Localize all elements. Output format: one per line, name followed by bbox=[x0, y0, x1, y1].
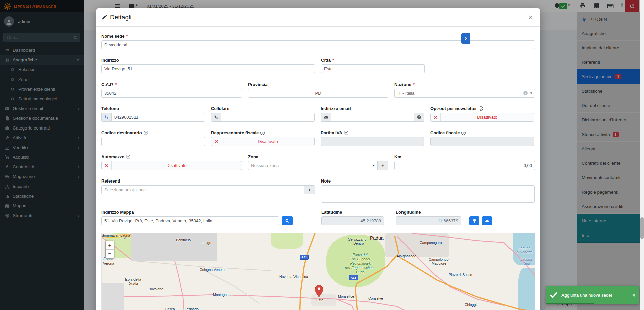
indirizzo-label: Indirizzo bbox=[101, 58, 119, 63]
partita-iva-input bbox=[321, 137, 424, 146]
automezzo-toggle[interactable]: Disattivato bbox=[101, 161, 242, 170]
help-question-icon[interactable]: ? bbox=[461, 131, 466, 135]
dettagli-modal: Dettagli × Nome sede* Indirizzo Città* bbox=[96, 8, 540, 310]
map-pin-button[interactable] bbox=[469, 216, 479, 225]
field-nazione: Nazione* IT - Italia × ▾ bbox=[394, 82, 535, 98]
map-label: Monselice bbox=[338, 294, 354, 298]
add-referente-button[interactable]: + bbox=[304, 185, 315, 194]
help-question-icon[interactable]: ? bbox=[126, 155, 130, 159]
field-citta: Città* bbox=[321, 57, 425, 73]
map[interactable]: + − ✈ SommacampagnaafrancaVeronaBonifaci… bbox=[101, 233, 535, 310]
success-toast[interactable]: Aggiunta una nuova sede! × bbox=[546, 286, 639, 304]
telefono-input[interactable] bbox=[111, 113, 205, 122]
email-input[interactable] bbox=[331, 113, 414, 122]
help-question-icon[interactable]: ? bbox=[479, 106, 483, 111]
codice-destinatario-label: Codice destinatario bbox=[101, 130, 142, 135]
field-latitudine: Latitudine bbox=[321, 209, 384, 225]
field-cellulare: Cellulare bbox=[211, 106, 315, 122]
modal-body: Nome sede* Indirizzo Città* C.A.P.* Prov… bbox=[96, 27, 540, 310]
location-marker-pin bbox=[315, 285, 323, 297]
close-icon[interactable]: × bbox=[632, 292, 635, 298]
map-label: Parco dei bbox=[353, 253, 367, 257]
zona-select[interactable]: Nessuna zona ▾ bbox=[248, 161, 378, 170]
automezzo-state: Disattivato bbox=[112, 161, 241, 170]
required-asterisk: * bbox=[126, 34, 128, 39]
map-label: Padua bbox=[370, 235, 383, 241]
map-label: Camponogara bbox=[420, 241, 442, 245]
map-label: Colli Euganei bbox=[349, 257, 370, 261]
map-label: Conselve bbox=[368, 296, 383, 300]
map-label: Chioggia bbox=[465, 303, 478, 307]
scrollbar-thumb[interactable] bbox=[640, 217, 644, 239]
map-label: Sud bbox=[524, 261, 530, 265]
route-car-button[interactable] bbox=[482, 216, 492, 225]
modal-header: Dettagli × bbox=[96, 8, 540, 27]
map-label: Isola della bbox=[125, 277, 141, 281]
km-label: Km bbox=[394, 154, 401, 159]
map-zoom-control[interactable]: + − bbox=[105, 241, 114, 259]
motorway-badge-a31: A31 bbox=[300, 255, 309, 260]
map-label: Laguna bbox=[520, 257, 532, 261]
codice-destinatario-input[interactable] bbox=[101, 137, 205, 146]
geocode-search-button[interactable] bbox=[282, 216, 293, 225]
referenti-select[interactable]: Seleziona un'opzione bbox=[101, 185, 304, 194]
cellulare-input[interactable] bbox=[221, 113, 315, 122]
panel-toggle-button[interactable] bbox=[461, 33, 470, 44]
help-question-icon[interactable]: ? bbox=[344, 131, 348, 135]
envelope-icon bbox=[324, 115, 328, 119]
map-label: der Euganeischen bbox=[345, 266, 374, 270]
field-referenti: Referenti Seleziona un'opzione + bbox=[101, 178, 315, 203]
citta-input[interactable] bbox=[321, 64, 425, 73]
cap-input[interactable] bbox=[101, 89, 242, 98]
rappresentante-fiscale-state: Disattivato bbox=[221, 137, 314, 146]
indirizzo-mappa-input[interactable] bbox=[101, 216, 279, 225]
required-asterisk: * bbox=[332, 58, 334, 63]
latitudine-input bbox=[321, 216, 384, 225]
field-codice-fiscale: Codice fiscale? bbox=[430, 130, 534, 146]
field-automezzo: Automezzo? Disattivato bbox=[101, 154, 242, 170]
latitudine-label: Latitudine bbox=[321, 210, 342, 215]
longitudine-input bbox=[396, 216, 461, 225]
zoom-out-button[interactable]: − bbox=[106, 250, 114, 258]
optout-toggle[interactable]: Disattivato bbox=[430, 113, 534, 122]
nazione-select[interactable]: IT - Italia × ▾ bbox=[394, 89, 535, 98]
page-scrollbar[interactable] bbox=[640, 0, 644, 310]
map-label: Bonifacio bbox=[176, 238, 191, 242]
provincia-input[interactable] bbox=[248, 89, 388, 98]
chevron-down-icon: ▾ bbox=[373, 163, 375, 168]
phone-icon bbox=[104, 115, 109, 119]
close-icon[interactable]: × bbox=[526, 14, 535, 21]
partita-iva-label: Partita IVA bbox=[321, 130, 342, 135]
clear-selection-icon[interactable]: × bbox=[523, 91, 528, 95]
zona-placeholder: Nessuna zona bbox=[251, 163, 279, 168]
add-zona-button[interactable]: + bbox=[378, 161, 388, 170]
pencil-icon bbox=[102, 15, 107, 20]
rappresentante-fiscale-toggle[interactable]: Disattivato bbox=[211, 137, 315, 146]
unloaded-tile bbox=[102, 283, 124, 310]
km-input[interactable] bbox=[394, 161, 535, 170]
help-question-icon[interactable]: ? bbox=[144, 131, 148, 135]
indirizzo-input[interactable] bbox=[101, 64, 315, 73]
map-label: di Venezia bbox=[516, 250, 533, 254]
svg-text:?: ? bbox=[418, 115, 420, 119]
zoom-in-button[interactable]: + bbox=[106, 241, 114, 250]
help-question-icon: ? bbox=[417, 115, 421, 119]
check-icon bbox=[550, 291, 557, 299]
note-label: Note bbox=[321, 178, 331, 184]
modal-title: Dettagli bbox=[102, 14, 131, 21]
map-label: Laguna bbox=[519, 246, 530, 250]
note-textarea[interactable] bbox=[321, 185, 535, 203]
car-icon bbox=[485, 219, 489, 223]
x-icon bbox=[211, 137, 221, 146]
help-question-icon[interactable]: ? bbox=[260, 131, 265, 135]
map-pin-icon bbox=[472, 219, 477, 223]
map-label: Scala bbox=[129, 281, 138, 286]
nome-sede-label: Nome sede bbox=[101, 34, 124, 39]
provincia-label: Provincia bbox=[248, 82, 268, 87]
nazione-value: IT - Italia bbox=[397, 91, 414, 96]
map-label: Hügel bbox=[356, 270, 365, 274]
referenti-label: Referenti bbox=[101, 178, 120, 184]
optout-label: Opt-out per newsletter bbox=[430, 106, 477, 111]
x-icon bbox=[102, 161, 112, 170]
map-label: Maggiore bbox=[432, 261, 446, 265]
